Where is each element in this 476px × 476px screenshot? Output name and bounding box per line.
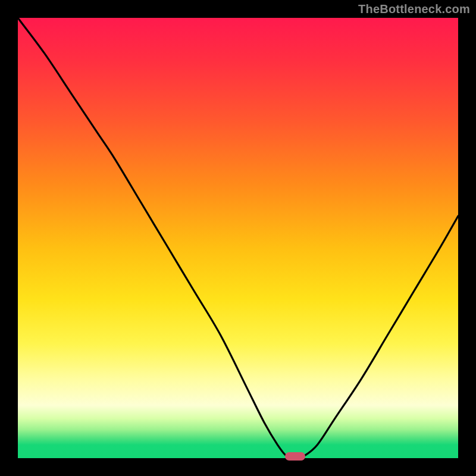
optimal-point-marker bbox=[285, 452, 305, 461]
bottleneck-curve bbox=[18, 18, 458, 458]
watermark-text: TheBottleneck.com bbox=[358, 2, 470, 16]
chart-frame: TheBottleneck.com bbox=[0, 0, 476, 476]
plot-area bbox=[18, 18, 458, 458]
